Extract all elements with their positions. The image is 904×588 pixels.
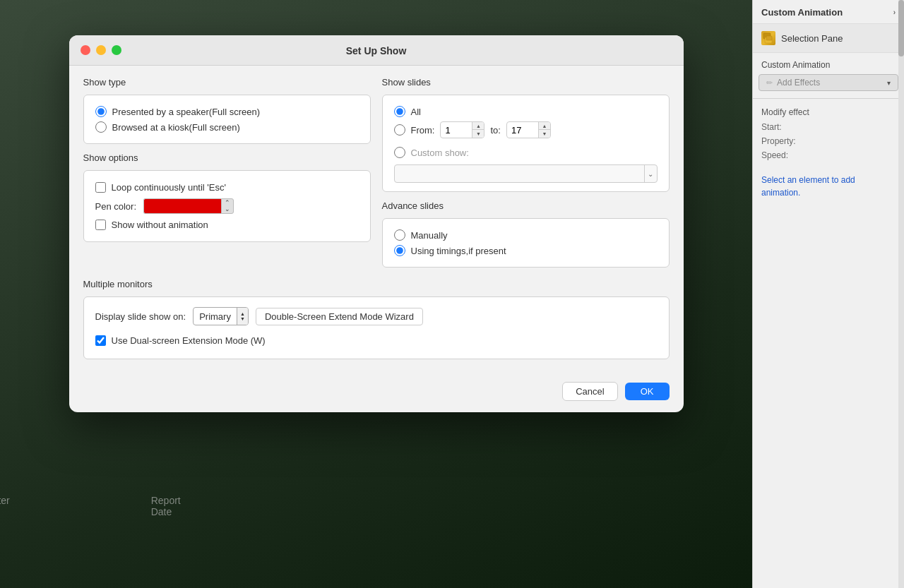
from-input[interactable]: [441, 124, 472, 137]
display-select-arrows: ▲ ▼: [237, 308, 248, 325]
dialog-columns: Show type Presented by a speaker(Full sc…: [83, 77, 670, 276]
radio-from-slides[interactable]: [394, 124, 405, 136]
close-button[interactable]: [81, 45, 90, 55]
pen-color-row: Pen color: ⌃ ⌄: [95, 196, 359, 217]
add-effects-button[interactable]: ✏ Add Effects ▾: [759, 74, 898, 91]
custom-show-arrow-icon: ⌄: [644, 165, 657, 182]
wizard-button[interactable]: Double-Screen Extend Mode Wizard: [256, 308, 423, 325]
property-label: Property:: [761, 136, 800, 146]
to-spinner: ▲ ▼: [538, 122, 550, 138]
pen-color-stepper[interactable]: ⌃ ⌄: [221, 198, 234, 214]
loop-label[interactable]: Loop continuously until 'Esc': [112, 182, 227, 193]
sidebar: Custom Animation › Selection Pane Custom…: [752, 0, 904, 588]
multiple-monitors-title: Multiple monitors: [83, 279, 670, 289]
using-timings-row: Using timings,if present: [394, 243, 658, 258]
dialog-titlebar: Set Up Show: [69, 35, 684, 66]
show-options-title: Show options: [83, 152, 371, 163]
dialog-title: Set Up Show: [346, 45, 407, 56]
dual-screen-row: Use Dual-screen Extension Mode (W): [95, 332, 658, 349]
show-without-anim-checkbox[interactable]: [95, 220, 106, 230]
to-label: to:: [490, 125, 500, 136]
maximize-button[interactable]: [112, 45, 121, 55]
show-without-anim-label[interactable]: Show without animation: [112, 220, 208, 230]
show-options-panel: Loop continuously until 'Esc' Pen color:…: [83, 170, 371, 242]
cancel-button[interactable]: Cancel: [562, 382, 617, 401]
to-input[interactable]: [507, 124, 538, 137]
dialog-body: Show type Presented by a speaker(Full sc…: [69, 66, 684, 373]
setup-show-dialog: Set Up Show Show type Presented by a spe…: [69, 35, 684, 412]
from-up-btn[interactable]: ▲: [472, 122, 484, 130]
sidebar-scrollbar-thumb: [898, 0, 904, 56]
radio-row-kiosk: Browsed at a kiosk(Full screen): [95, 119, 359, 135]
select-element-msg: Select an element to add animation.: [753, 162, 904, 210]
add-effects-label: Add Effects: [777, 78, 820, 88]
pencil-icon: ✏: [766, 78, 773, 88]
show-slides-panel: All From: ▲ ▼: [382, 95, 670, 192]
radio-kiosk[interactable]: [95, 121, 107, 133]
from-down-btn[interactable]: ▼: [472, 130, 484, 138]
radio-all-slides[interactable]: [394, 106, 405, 117]
multiple-monitors-section: Multiple monitors Display slide show on:…: [83, 279, 670, 359]
sidebar-selection-pane[interactable]: Selection Pane: [753, 24, 904, 53]
dual-screen-checkbox[interactable]: [95, 335, 106, 346]
show-type-title: Show type: [83, 77, 371, 88]
show-without-anim-row: Show without animation: [95, 217, 359, 233]
radio-kiosk-label[interactable]: Browsed at a kiosk(Full screen): [112, 122, 240, 133]
radio-using-timings[interactable]: [394, 245, 405, 256]
window-buttons: [81, 45, 121, 55]
display-row: Display slide show on: Primary ▲ ▼ Doubl…: [95, 307, 658, 325]
pen-color-swatch[interactable]: [143, 198, 221, 214]
from-input-wrapper: ▲ ▼: [440, 121, 484, 138]
custom-animation-label: Custom Animation: [761, 7, 843, 18]
to-up-btn[interactable]: ▲: [539, 122, 550, 130]
monitors-panel: Display slide show on: Primary ▲ ▼ Doubl…: [83, 296, 670, 359]
display-label: Display slide show on:: [95, 311, 186, 322]
radio-manually[interactable]: [394, 229, 405, 241]
custom-show-dropdown[interactable]: ⌄: [394, 164, 658, 183]
loop-checkbox[interactable]: [95, 182, 106, 193]
minimize-button[interactable]: [96, 45, 106, 55]
custom-show-label[interactable]: Custom show:: [411, 148, 469, 158]
left-column: Show type Presented by a speaker(Full sc…: [83, 77, 371, 276]
manually-row: Manually: [394, 227, 658, 243]
display-select[interactable]: Primary ▲ ▼: [193, 307, 249, 325]
pen-color-control: ⌃ ⌄: [143, 198, 234, 214]
selection-pane-icon: [761, 31, 775, 45]
dialog-footer: Cancel OK: [69, 373, 684, 412]
manually-label[interactable]: Manually: [411, 230, 448, 241]
using-timings-label[interactable]: Using timings,if present: [411, 246, 506, 256]
radio-speaker[interactable]: [95, 106, 107, 117]
start-label: Start:: [761, 122, 800, 132]
main-area: Set Up Show Show type Presented by a spe…: [0, 0, 752, 588]
show-type-panel: Presented by a speaker(Full screen) Brow…: [83, 95, 371, 144]
sidebar-scrollbar[interactable]: [898, 0, 904, 588]
custom-show-row: Custom show:: [394, 145, 658, 160]
sidebar-chevron-icon: ›: [893, 8, 896, 16]
from-label[interactable]: From:: [411, 125, 435, 136]
arrow-up-icon: ▲: [240, 311, 245, 316]
show-slides-title: Show slides: [382, 77, 670, 88]
slides-from-row: From: ▲ ▼ to:: [394, 119, 658, 140]
speed-label: Speed:: [761, 150, 800, 160]
advance-slides-panel: Manually Using timings,if present: [382, 218, 670, 268]
radio-speaker-label[interactable]: Presented by a speaker(Full screen): [112, 107, 261, 117]
start-row: Start:: [753, 120, 904, 134]
modify-effect-label: Modify effect: [753, 99, 904, 120]
from-spinner: ▲ ▼: [472, 122, 484, 138]
to-down-btn[interactable]: ▼: [539, 130, 550, 138]
sidebar-custom-anim-label: Custom Animation: [753, 53, 904, 74]
sidebar-custom-animation-title: Custom Animation ›: [753, 0, 904, 24]
display-value: Primary: [194, 311, 237, 322]
radio-row-speaker: Presented by a speaker(Full screen): [95, 104, 359, 119]
property-row: Property:: [753, 134, 904, 148]
radio-all-label[interactable]: All: [411, 107, 421, 117]
radio-custom-show[interactable]: [394, 147, 405, 158]
pen-color-label: Pen color:: [95, 201, 137, 212]
advance-slides-title: Advance slides: [382, 200, 670, 211]
svg-rect-2: [766, 36, 772, 40]
arrow-down-icon: ▼: [240, 316, 245, 321]
selection-pane-label: Selection Pane: [781, 33, 843, 44]
add-effects-arrow-icon: ▾: [887, 79, 891, 87]
dual-screen-label[interactable]: Use Dual-screen Extension Mode (W): [112, 335, 266, 346]
ok-button[interactable]: OK: [625, 383, 670, 400]
